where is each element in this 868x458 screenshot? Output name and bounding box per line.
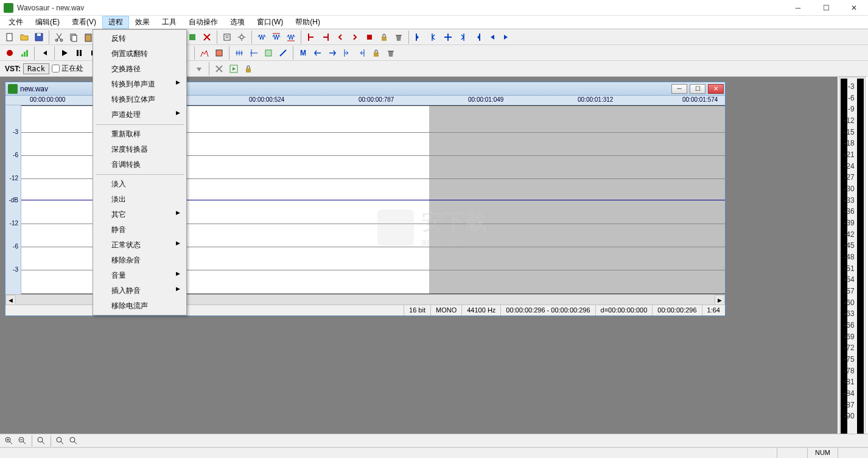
trash-icon[interactable] (392, 30, 405, 44)
save-file-icon[interactable] (32, 30, 46, 44)
loop-fwd-icon[interactable] (348, 30, 362, 44)
marker-start-icon[interactable] (412, 30, 425, 44)
record-icon[interactable] (3, 46, 16, 60)
mark-out-icon[interactable] (355, 46, 368, 60)
delete-icon[interactable] (200, 30, 214, 44)
svg-line-48 (61, 442, 63, 444)
menu-removehum[interactable]: 移除电流声 (94, 298, 185, 314)
scroll-left[interactable]: ◀ (5, 295, 16, 305)
lock2-icon[interactable] (369, 46, 383, 60)
crop-icon[interactable] (186, 30, 199, 44)
window-title: Wavosaur - new.wav (17, 4, 784, 12)
status-zoom: 1:64 (702, 305, 725, 315)
zoom-out-icon[interactable] (16, 435, 29, 446)
menu-resample[interactable]: 重新取样 (94, 127, 185, 142)
menu-reverse[interactable]: 反转 (94, 31, 185, 46)
vst-remove-icon[interactable] (212, 62, 226, 76)
prev-play-icon[interactable] (485, 30, 499, 44)
mark-right-icon[interactable] (326, 46, 339, 60)
child-minimize[interactable]: ─ (671, 84, 687, 94)
menu-other[interactable]: 其它 (94, 207, 185, 222)
svg-rect-15 (224, 34, 230, 40)
maximize-button[interactable]: ☐ (812, 0, 840, 16)
vst-play-icon[interactable] (227, 62, 240, 76)
menu-normalize[interactable]: 正常状态 (94, 238, 185, 253)
status-pos: 00:00:00:296 (652, 305, 701, 315)
menu-process[interactable]: 进程 (102, 16, 129, 29)
child-maximize[interactable]: ☐ (690, 84, 705, 94)
level-icon[interactable] (18, 46, 31, 60)
close-button[interactable]: ✕ (840, 0, 868, 16)
scroll-right[interactable]: ▶ (715, 295, 725, 305)
tool2-icon[interactable] (247, 46, 261, 60)
skip-back-icon[interactable] (38, 46, 51, 60)
marker-end-icon[interactable] (471, 30, 484, 44)
mark-left-icon[interactable] (311, 46, 324, 60)
svg-point-3 (55, 39, 58, 41)
menu-fadein[interactable]: 淡入 (94, 177, 185, 192)
properties-icon[interactable] (220, 30, 234, 44)
menu-window[interactable]: 窗口(W) (251, 16, 289, 29)
menu-insertsilence[interactable]: 插入静音 (94, 283, 185, 298)
copy-icon[interactable] (67, 30, 80, 44)
marker-add-icon[interactable] (441, 30, 455, 44)
vst-lock-icon[interactable] (242, 62, 255, 76)
next-play-icon[interactable] (500, 30, 513, 44)
marker-next-icon[interactable] (456, 30, 469, 44)
loop-region-icon[interactable] (363, 30, 376, 44)
meter-scale-label: -33 (844, 196, 854, 205)
mark-in-icon[interactable] (340, 46, 354, 60)
menu-view[interactable]: 查看(V) (66, 16, 102, 29)
tool1-icon[interactable] (233, 46, 246, 60)
tool4-icon[interactable] (276, 46, 290, 60)
menu-invert[interactable]: 倒置或翻转 (94, 46, 185, 62)
meter-scale-label: -75 (844, 355, 854, 364)
loop-back-icon[interactable] (334, 30, 347, 44)
child-close[interactable]: ✕ (708, 84, 724, 94)
open-file-icon[interactable] (18, 30, 31, 44)
settings-icon[interactable] (235, 30, 248, 44)
menu-volume[interactable]: 音量 (94, 268, 185, 283)
menu-options[interactable]: 选项 (224, 16, 251, 29)
zoom-full-icon[interactable] (54, 435, 66, 446)
menu-to-mono[interactable]: 转换到单声道 (94, 77, 185, 92)
menu-tools[interactable]: 工具 (156, 16, 183, 29)
menu-channel[interactable]: 声道处理 (94, 107, 185, 122)
menu-auto[interactable]: 自动操作 (183, 16, 224, 29)
m-icon[interactable]: M (296, 46, 310, 60)
minimize-button[interactable]: ─ (784, 0, 812, 16)
vst-checkbox[interactable]: 正在处 (52, 63, 83, 74)
menu-mute[interactable]: 静音 (94, 222, 185, 238)
zoom-in-icon[interactable] (3, 435, 15, 446)
menu-removenoise[interactable]: 移除杂音 (94, 253, 185, 268)
menu-to-stereo[interactable]: 转换到立体声 (94, 92, 185, 107)
menu-edit[interactable]: 编辑(E) (29, 16, 66, 29)
pause-icon[interactable] (72, 46, 86, 60)
marker-prev-icon[interactable] (427, 30, 440, 44)
menu-file[interactable]: 文件 (2, 16, 29, 29)
menu-effect[interactable]: 效果 (129, 16, 156, 29)
loop-start-icon[interactable] (304, 30, 318, 44)
wave1-icon[interactable] (255, 30, 268, 44)
rack-button[interactable]: Rack (23, 63, 49, 74)
loop-end-icon[interactable] (319, 30, 332, 44)
cut-icon[interactable] (52, 30, 66, 44)
new-file-icon[interactable] (3, 30, 16, 44)
lock-loop-icon[interactable] (377, 30, 391, 44)
menu-help[interactable]: 帮助(H) (289, 16, 326, 29)
wave2-icon[interactable] (270, 30, 283, 44)
spectrum-icon[interactable] (198, 46, 211, 60)
play-icon[interactable] (58, 46, 71, 60)
wave3-icon[interactable] (284, 30, 298, 44)
zoom-1to1-icon[interactable] (68, 435, 80, 446)
vst-down-icon[interactable] (192, 62, 206, 76)
zoom-sel-icon[interactable] (35, 435, 47, 446)
menu-swap[interactable]: 交换路径 (94, 62, 185, 77)
trash2-icon[interactable] (384, 46, 397, 60)
3d-icon[interactable] (212, 46, 226, 60)
menu-pitch[interactable]: 音调转换 (94, 157, 185, 172)
menu-bitdepth[interactable]: 深度转换器 (94, 142, 185, 157)
tool3-icon[interactable] (262, 46, 275, 60)
svg-rect-2 (37, 33, 41, 36)
menu-fadeout[interactable]: 淡出 (94, 192, 185, 207)
